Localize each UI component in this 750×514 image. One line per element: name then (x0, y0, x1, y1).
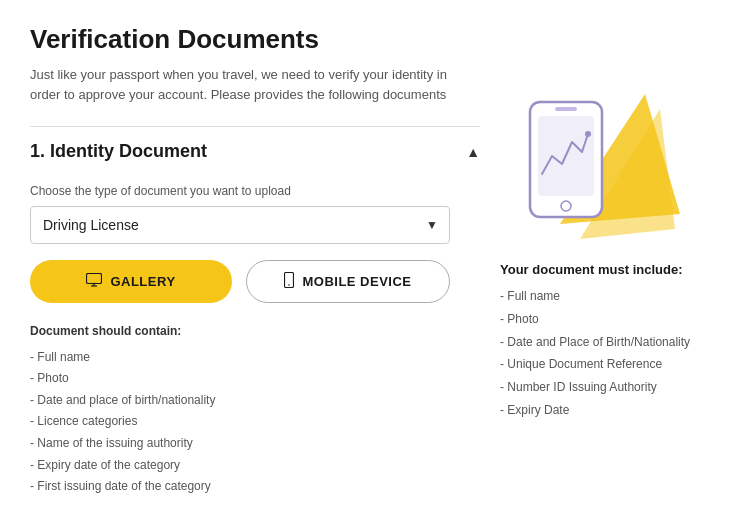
svg-rect-10 (555, 107, 577, 111)
doc-info-title: Document should contain: (30, 321, 480, 343)
mobile-device-button[interactable]: MOBILE DEVICE (246, 260, 450, 303)
dmi-item-1: - Full name (500, 285, 690, 308)
svg-rect-0 (87, 274, 102, 284)
section1-header: 1. Identity Document ▲ (30, 126, 480, 174)
dmi-item-4: - Unique Document Reference (500, 353, 690, 376)
mobile-icon (284, 272, 294, 291)
gallery-button[interactable]: GALLERY (30, 260, 232, 303)
section1-content: Choose the type of document you want to … (30, 174, 480, 514)
dmi-item-2: - Photo (500, 308, 690, 331)
doc-info-item-1: - Full name (30, 347, 480, 369)
doc-info-item-6: - Expiry date of the category (30, 455, 480, 477)
doc-type-select[interactable]: Driving License Passport National ID Car… (30, 206, 450, 244)
dmi-item-3: - Date and Place of Birth/Nationality (500, 331, 690, 354)
upload-buttons-group: GALLERY MOBILE DEVICE (30, 260, 450, 303)
page-subtitle: Just like your passport when you travel,… (30, 65, 460, 104)
doc-info-block: Document should contain: - Full name - P… (30, 321, 480, 498)
doc-must-include-panel: Your document must include: - Full name … (500, 262, 690, 422)
section1-title: 1. Identity Document (30, 141, 207, 162)
monitor-icon (86, 273, 102, 290)
doc-type-select-wrapper: Driving License Passport National ID Car… (30, 206, 450, 244)
document-illustration (500, 84, 680, 244)
doc-info-item-7: - First issuing date of the category (30, 476, 480, 498)
dmi-list: - Full name - Photo - Date and Place of … (500, 285, 690, 422)
gallery-button-label: GALLERY (110, 274, 175, 289)
choose-label: Choose the type of document you want to … (30, 184, 480, 198)
page-title: Verification Documents (30, 24, 480, 55)
mobile-device-button-label: MOBILE DEVICE (302, 274, 411, 289)
svg-point-5 (289, 284, 291, 286)
dmi-title: Your document must include: (500, 262, 690, 277)
dmi-item-5: - Number ID Issuing Authority (500, 376, 690, 399)
doc-info-item-5: - Name of the issuing authority (30, 433, 480, 455)
doc-info-item-2: - Photo (30, 368, 480, 390)
doc-info-item-3: - Date and place of birth/nationality (30, 390, 480, 412)
chevron-up-icon[interactable]: ▲ (466, 144, 480, 160)
svg-point-11 (585, 131, 591, 137)
doc-info-item-4: - Licence categories (30, 411, 480, 433)
dmi-item-6: - Expiry Date (500, 399, 690, 422)
